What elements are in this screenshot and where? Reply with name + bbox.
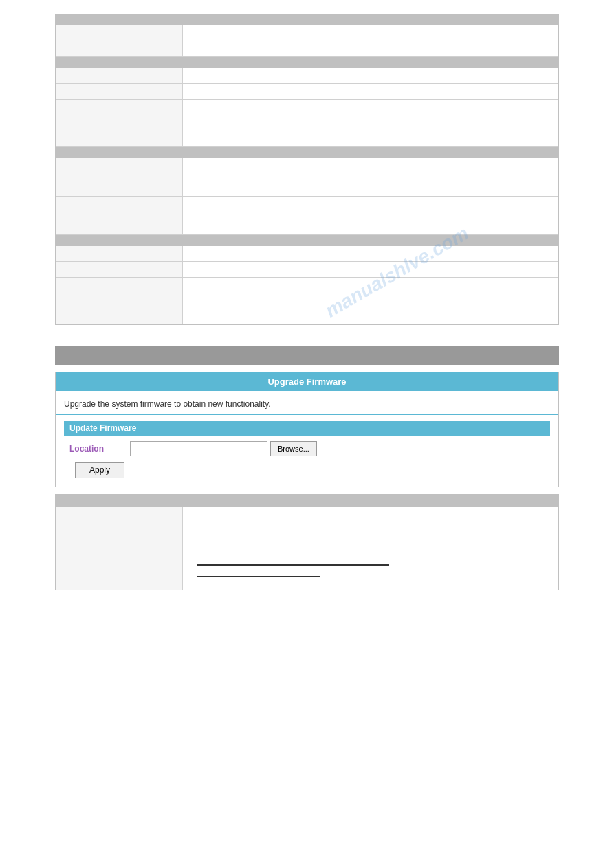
cell-left <box>56 278 183 293</box>
cell-right <box>183 41 558 56</box>
location-row: Location Browse... <box>64 441 550 456</box>
table-row <box>56 158 558 197</box>
cell-right <box>183 115 558 131</box>
cell-left <box>56 131 183 146</box>
bottom-table-header <box>56 495 558 507</box>
table-row <box>56 293 558 309</box>
cell-left <box>56 68 183 83</box>
firmware-section: Upgrade Firmware Upgrade the system firm… <box>55 372 559 487</box>
location-label: Location <box>69 444 124 454</box>
cell-right <box>183 131 558 146</box>
section-header-3 <box>56 147 558 158</box>
table-row <box>56 197 558 235</box>
section-header-1 <box>56 14 558 25</box>
table-row <box>56 246 558 262</box>
cell-right <box>183 293 558 309</box>
table-row <box>56 41 558 57</box>
table-row <box>56 68 558 84</box>
cell-left <box>56 293 183 309</box>
section-separator <box>55 346 559 365</box>
cell-left <box>56 41 183 56</box>
table-row <box>56 100 558 115</box>
update-firmware-container: Update Firmware Location Browse... Apply <box>56 415 558 487</box>
location-input[interactable] <box>130 441 267 456</box>
cell-left <box>56 158 183 196</box>
cell-left <box>56 84 183 99</box>
table-row <box>56 262 558 278</box>
underline-2 <box>197 576 320 577</box>
update-firmware-subheader: Update Firmware <box>64 421 550 436</box>
cell-right <box>183 158 558 196</box>
cell-left <box>56 100 183 115</box>
cell-right <box>183 25 558 41</box>
bottom-table-content <box>56 507 558 590</box>
cell-left <box>56 246 183 261</box>
cell-left <box>56 262 183 277</box>
cell-left <box>56 25 183 41</box>
cell-left <box>56 309 183 324</box>
bottom-right-cell <box>183 507 558 590</box>
top-table <box>55 14 559 325</box>
cell-right <box>183 84 558 99</box>
bottom-left-cell <box>56 507 183 590</box>
firmware-description: Upgrade the system firmware to obtain ne… <box>56 391 558 415</box>
table-row <box>56 309 558 324</box>
cell-right <box>183 100 558 115</box>
cell-right <box>183 278 558 293</box>
apply-button[interactable]: Apply <box>75 462 124 478</box>
cell-right <box>183 309 558 324</box>
table-row <box>56 25 558 41</box>
cell-left <box>56 115 183 131</box>
browse-button[interactable]: Browse... <box>270 441 317 456</box>
table-row <box>56 115 558 131</box>
section-header-2 <box>56 57 558 68</box>
cell-right <box>183 68 558 83</box>
cell-right <box>183 246 558 261</box>
cell-right <box>183 197 558 234</box>
firmware-title: Upgrade Firmware <box>56 372 558 391</box>
cell-left <box>56 197 183 234</box>
table-row <box>56 131 558 147</box>
table-row <box>56 84 558 100</box>
underline-1 <box>197 564 389 566</box>
cell-right <box>183 262 558 277</box>
table-row <box>56 278 558 293</box>
section-header-4 <box>56 235 558 246</box>
bottom-table <box>55 494 559 590</box>
